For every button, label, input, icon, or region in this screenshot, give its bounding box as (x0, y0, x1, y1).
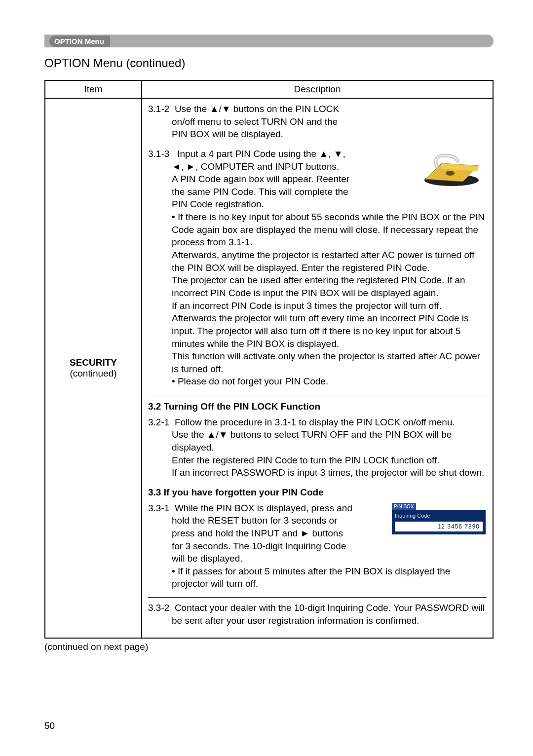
block-3-1-2: 3.1-2 Use the ▲/▼ buttons on the PIN LOC… (148, 103, 487, 141)
description-cell: 3.1-2 Use the ▲/▼ buttons on the PIN LOC… (142, 98, 493, 638)
t-3-3-1-l4: for 3 seconds. The 10-digit Inquiring Co… (148, 540, 487, 553)
header-pill: OPTION Menu (49, 36, 110, 47)
t-3-2-1-l2: Use the ▲/▼ buttons to select TURN OFF a… (148, 428, 487, 454)
block-3-1-3: 3.1-3 Input a 4 part PIN Code using the … (148, 148, 487, 388)
t-3-1-3-l1: Input a 4 part PIN Code using the ▲, ▼, (177, 149, 345, 159)
svg-point-3 (446, 171, 455, 176)
t-3-1-3-bul2: • Please do not forget your PIN Code. (148, 375, 487, 388)
num-3-3-1: 3.3-1 (148, 503, 169, 513)
item-label-continued: (continued) (70, 368, 116, 378)
padlock-icon (419, 150, 484, 192)
col-head-item: Item (45, 80, 142, 98)
continued-note: (continued on next page) (44, 642, 494, 652)
t-3-2-1-l4: If an incorrect PASSWORD is input 3 time… (148, 466, 487, 479)
t-3-2-1-l1: Follow the procedure in 3.1-1 to display… (175, 417, 455, 427)
t-3-1-3-bul1: • If there is no key input for about 55 … (148, 211, 487, 249)
pin-box-title: PIN BOX (392, 503, 416, 511)
t-3-3-2-l1: Contact your dealer with the 10-digit In… (172, 603, 485, 626)
manual-page: OPTION Menu OPTION Menu (continued) Item… (0, 0, 533, 756)
page-number: 50 (44, 720, 55, 731)
t-3-1-3-p2: The projector can be used after entering… (148, 274, 487, 299)
t-3-1-3-p4: This function will activate only when th… (148, 350, 487, 375)
pin-box-label: Inquiring Code (395, 512, 483, 520)
block-3-2-1: 3.2-1 Follow the procedure in 3.1-1 to d… (148, 416, 487, 479)
option-table: Item Description SECURITY (continued) 3.… (44, 80, 494, 639)
t-3-3-1-bul: • If it passes for about 5 minutes after… (148, 565, 487, 590)
item-label-security: SECURITY (70, 357, 117, 368)
header-bar: OPTION Menu (44, 35, 494, 47)
pin-box-widget: PIN BOX Inquiring Code 12 3456 7890 (392, 503, 486, 535)
col-head-desc: Description (142, 80, 493, 98)
item-cell: SECURITY (continued) (45, 98, 142, 638)
num-3-2-1: 3.2-1 (148, 417, 169, 427)
t-3-3-1-l1: While the PIN BOX is displayed, press an… (175, 503, 352, 513)
block-3-3-2: 3.3-2 Contact your dealer with the 10-di… (148, 602, 487, 627)
t-3-1-3-l5: PIN Code registration. (148, 198, 487, 211)
section-title: OPTION Menu (continued) (44, 56, 494, 70)
separator (148, 395, 487, 395)
block-3-3-1: PIN BOX Inquiring Code 12 3456 7890 3.3-… (148, 502, 487, 590)
num-3-1-3: 3.1-3 (148, 149, 169, 159)
separator-2 (148, 597, 487, 598)
pin-box-value: 12 3456 7890 (395, 522, 483, 531)
t-3-3-1-l5: will be displayed. (148, 552, 487, 565)
num-3-3-2: 3.3-2 (148, 603, 169, 613)
t-3-1-3-p3: If an incorrect PIN Code is input 3 time… (148, 300, 487, 350)
t-3-1-2-l1: Use the ▲/▼ buttons on the PIN LOCK (175, 104, 339, 114)
t-3-1-2-l3: PIN BOX will be displayed. (148, 128, 487, 141)
t-3-2-1-l3: Enter the registered PIN Code to turn th… (148, 454, 487, 467)
num-3-1-2: 3.1-2 (148, 104, 169, 114)
heading-3-3: 3.3 If you have forgotten your PIN Code (148, 486, 487, 499)
t-3-1-3-p1: Afterwards, anytime the projector is res… (148, 249, 487, 274)
heading-3-2: 3.2 Turning Off the PIN LOCK Function (148, 400, 487, 413)
t-3-1-2-l2: on/off menu to select TURN ON and the (148, 115, 487, 128)
